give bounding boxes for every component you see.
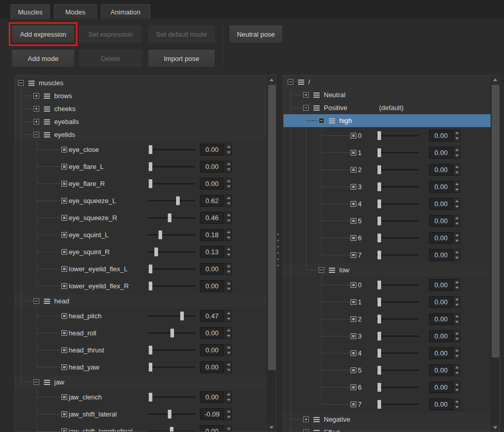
spin-up-icon[interactable] (225, 263, 232, 269)
slider[interactable] (376, 281, 419, 289)
spinner-buttons[interactable] (225, 161, 232, 173)
scroll-down-icon[interactable] (267, 423, 276, 431)
scroll-down-icon[interactable] (491, 423, 499, 431)
muscle-row[interactable]: eye_squeeze_R 0.46 (15, 209, 267, 226)
value-field[interactable]: 0.00 (429, 147, 453, 159)
spinner-buttons[interactable] (225, 280, 232, 292)
spinner-buttons[interactable] (453, 381, 460, 393)
scroll-up-icon[interactable] (491, 75, 499, 84)
slider-handle[interactable] (377, 199, 381, 208)
value-field[interactable]: 0.00 (200, 327, 224, 339)
value-field[interactable]: -0.09 (200, 408, 224, 420)
slider[interactable] (376, 131, 419, 140)
spin-up-icon[interactable] (225, 144, 232, 150)
tree-group-neutral[interactable]: Neutral (284, 88, 491, 101)
value-field[interactable]: 0.00 (429, 313, 453, 325)
spin-up-icon[interactable] (225, 327, 232, 333)
mode-weight-row[interactable]: 5 0.00 (284, 212, 491, 229)
checkbox-icon[interactable] (61, 428, 67, 431)
tree-group-eyelids[interactable]: eyelids (15, 128, 267, 141)
spin-up-icon[interactable] (225, 246, 232, 252)
slider[interactable] (376, 298, 419, 306)
slider-handle[interactable] (180, 312, 184, 320)
tab-muscles[interactable]: Muscles (10, 4, 50, 19)
spin-up-icon[interactable] (225, 178, 232, 184)
spin-down-icon[interactable] (453, 238, 460, 244)
slider[interactable] (376, 332, 419, 341)
spin-up-icon[interactable] (225, 391, 232, 397)
slider-handle[interactable] (377, 217, 381, 225)
slider[interactable] (148, 145, 195, 154)
mode-weight-row[interactable]: 4 0.00 (284, 345, 491, 362)
spinner-buttons[interactable] (453, 232, 460, 244)
mode-weight-row[interactable]: 7 0.00 (284, 246, 491, 264)
value-field[interactable]: 0.47 (200, 310, 224, 322)
expand-icon[interactable] (34, 119, 39, 125)
spin-down-icon[interactable] (225, 252, 232, 258)
spinner-buttons[interactable] (225, 344, 232, 356)
spin-up-icon[interactable] (453, 347, 460, 353)
mode-weight-row[interactable]: 1 0.00 (284, 294, 491, 311)
splitter-handle[interactable] (277, 234, 279, 266)
spin-down-icon[interactable] (453, 136, 460, 142)
spin-up-icon[interactable] (225, 344, 232, 350)
slider-handle[interactable] (170, 427, 174, 431)
mode-weight-row[interactable]: 3 0.00 (284, 328, 491, 345)
checkbox-icon[interactable] (351, 235, 356, 241)
spin-down-icon[interactable] (225, 316, 232, 322)
value-field[interactable]: 0.00 (429, 296, 453, 308)
spinner-buttons[interactable] (225, 229, 232, 241)
spinner-buttons[interactable] (225, 408, 232, 420)
right-scrollbar[interactable] (491, 75, 499, 431)
value-field[interactable]: 0.00 (429, 198, 453, 210)
mode-weight-row[interactable]: 4 0.00 (284, 195, 491, 212)
muscle-row[interactable]: head_pitch 0.47 (15, 307, 267, 325)
spin-down-icon[interactable] (225, 367, 232, 373)
slider[interactable] (148, 230, 195, 239)
checkbox-icon[interactable] (351, 316, 356, 322)
slider[interactable] (376, 315, 419, 323)
spinner-buttons[interactable] (225, 212, 232, 224)
value-field[interactable]: 0.62 (200, 195, 224, 207)
muscle-row[interactable]: eye_close 0.00 (15, 141, 267, 158)
spin-up-icon[interactable] (453, 296, 460, 302)
spinner-buttons[interactable] (453, 215, 460, 227)
slider[interactable] (148, 213, 195, 222)
spin-up-icon[interactable] (453, 330, 460, 336)
slider[interactable] (148, 196, 195, 205)
slider[interactable] (376, 383, 419, 392)
collapse-icon[interactable] (34, 298, 39, 304)
spinner-buttons[interactable] (225, 391, 232, 403)
value-field[interactable]: 0.00 (429, 215, 453, 227)
spin-down-icon[interactable] (225, 201, 232, 207)
spin-down-icon[interactable] (453, 302, 460, 308)
spin-down-icon[interactable] (453, 285, 460, 291)
expand-icon[interactable] (34, 106, 39, 112)
slider-handle[interactable] (377, 234, 381, 242)
slider-handle[interactable] (377, 366, 381, 375)
spin-up-icon[interactable] (225, 361, 232, 367)
slider-handle[interactable] (149, 162, 152, 171)
slider-handle[interactable] (154, 248, 158, 256)
add-expression-button[interactable]: Add expression (11, 25, 75, 43)
scrollbar-thumb[interactable] (268, 85, 276, 370)
checkbox-icon[interactable] (61, 364, 67, 370)
mode-weight-row[interactable]: 3 0.00 (284, 178, 491, 195)
spin-down-icon[interactable] (453, 187, 460, 193)
slider[interactable] (148, 393, 195, 402)
spin-down-icon[interactable] (225, 333, 232, 339)
slider-handle[interactable] (159, 230, 162, 239)
value-field[interactable]: 0.00 (200, 161, 224, 173)
value-field[interactable]: 0.00 (200, 344, 224, 356)
spin-down-icon[interactable] (225, 414, 232, 420)
spin-up-icon[interactable] (453, 381, 460, 388)
spinner-buttons[interactable] (453, 347, 460, 359)
checkbox-icon[interactable] (61, 249, 67, 255)
slider[interactable] (148, 410, 195, 419)
spinner-buttons[interactable] (453, 364, 460, 376)
slider-handle[interactable] (377, 332, 381, 341)
expand-icon[interactable] (34, 93, 39, 99)
checkbox-icon[interactable] (61, 215, 67, 221)
tree-group-positive[interactable]: Positive (default) (284, 101, 491, 114)
spin-up-icon[interactable] (453, 181, 460, 187)
